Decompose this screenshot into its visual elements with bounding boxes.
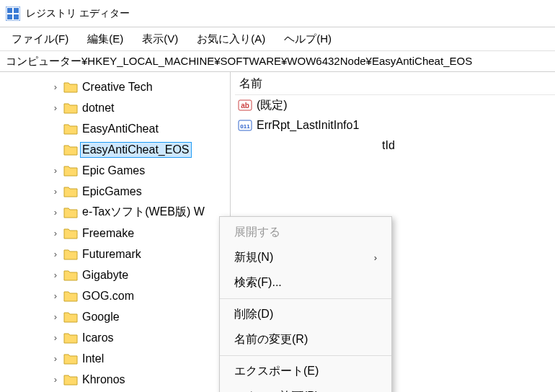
folder-icon (63, 186, 78, 197)
svg-rect-1 (7, 8, 12, 13)
tree-item-label: e-Taxソフト(WEB版) W (81, 204, 206, 220)
svg-text:ab: ab (241, 102, 249, 110)
svg-rect-2 (14, 8, 19, 13)
registry-path: コンピューター¥HKEY_LOCAL_MACHINE¥SOFTWARE¥WOW6… (6, 55, 472, 68)
svg-rect-3 (7, 14, 12, 19)
folder-icon (63, 144, 78, 156)
menu-expand: 展開する (220, 220, 391, 245)
svg-rect-4 (14, 14, 19, 19)
chevron-right-icon[interactable]: › (50, 166, 61, 176)
folder-icon (63, 249, 78, 260)
tree-item-label: dotnet (81, 101, 115, 115)
separator (220, 298, 391, 299)
value-row[interactable]: tId (379, 135, 555, 156)
tree-item[interactable]: ›Khronos (0, 369, 230, 390)
menu-bar: ファイル(F) 編集(E) 表示(V) お気に入り(A) ヘルプ(H) (0, 27, 555, 50)
menu-permissions[interactable]: アクセス許可(P)... (220, 384, 391, 392)
tree-item[interactable]: EasyAntiCheat (0, 118, 230, 139)
tree-item[interactable]: ›dotnet (0, 97, 230, 118)
title-bar: レジストリ エディター (0, 0, 555, 27)
tree-item[interactable]: ›GOG.com (0, 285, 230, 306)
tree-item-label: Gigabyte (81, 268, 130, 282)
menu-edit[interactable]: 編集(E) (80, 30, 130, 49)
tree-item[interactable]: ›Freemake (0, 223, 230, 244)
tree-item[interactable]: ›Gigabyte (0, 264, 230, 285)
chevron-right-icon[interactable]: › (50, 228, 61, 239)
tree-item-label: Google (81, 310, 121, 324)
chevron-right-icon[interactable]: › (50, 354, 61, 364)
folder-icon (63, 228, 78, 239)
tree-item-label: Khronos (81, 373, 127, 387)
svg-text:011: 011 (240, 123, 250, 130)
folder-icon (63, 123, 78, 135)
menu-rename[interactable]: 名前の変更(R) (220, 327, 391, 352)
address-bar[interactable]: コンピューター¥HKEY_LOCAL_MACHINE¥SOFTWARE¥WOW6… (0, 50, 555, 72)
binary-value-icon: 011 (238, 118, 252, 133)
menu-new[interactable]: 新規(N)› (220, 245, 391, 270)
tree-item-label: Freemake (81, 226, 136, 241)
tree-item-label: GOG.com (81, 289, 136, 303)
tree-item-label: EasyAntiCheat (81, 122, 160, 136)
menu-find[interactable]: 検索(F)... (220, 270, 391, 295)
folder-icon (63, 290, 78, 302)
tree-item-label: Creative Tech (81, 80, 154, 94)
tree-item[interactable]: ›Creative Tech (0, 76, 230, 97)
tree-pane: ›Creative Tech›dotnetEasyAntiCheatEasyAn… (0, 72, 231, 392)
value-name: ErrRpt_LastInitInfo1 (257, 119, 359, 132)
menu-view[interactable]: 表示(V) (135, 30, 185, 49)
tree-item[interactable]: ›Epic Games (0, 160, 230, 181)
tree-item-label: Epic Games (81, 164, 146, 178)
separator (220, 355, 391, 356)
menu-file[interactable]: ファイル(F) (4, 30, 76, 49)
chevron-right-icon: › (374, 252, 377, 263)
folder-icon (63, 332, 78, 344)
tree-item-label: Futuremark (81, 247, 143, 262)
menu-help[interactable]: ヘルプ(H) (277, 30, 339, 49)
folder-icon (63, 374, 78, 386)
value-name-partial: tId (382, 139, 395, 152)
chevron-right-icon[interactable]: › (50, 375, 61, 385)
value-row[interactable]: ab (既定) (235, 95, 555, 115)
chevron-right-icon[interactable]: › (50, 333, 61, 343)
value-row[interactable]: 011 ErrRpt_LastInitInfo1 (235, 115, 555, 135)
chevron-right-icon[interactable]: › (50, 312, 61, 322)
menu-export[interactable]: エクスポート(E) (220, 359, 391, 384)
tree-item[interactable]: ›EpicGames (0, 181, 230, 202)
tree-item[interactable]: ›Icaros (0, 327, 230, 348)
chevron-right-icon[interactable]: › (50, 187, 61, 197)
chevron-right-icon[interactable]: › (50, 208, 61, 218)
tree-item-label: EpicGames (81, 184, 143, 199)
chevron-right-icon[interactable]: › (50, 291, 61, 301)
folder-icon (63, 102, 78, 114)
tree-item-label: Icaros (81, 331, 115, 345)
menu-favorites[interactable]: お気に入り(A) (190, 30, 272, 49)
column-header-name[interactable]: 名前 (235, 74, 555, 95)
folder-icon (63, 81, 78, 93)
tree-item[interactable]: EasyAntiCheat_EOS (0, 139, 230, 160)
tree-item[interactable]: ›Futuremark (0, 244, 230, 264)
folder-icon (63, 270, 78, 281)
chevron-right-icon[interactable]: › (50, 249, 61, 259)
tree-item[interactable]: ›e-Taxソフト(WEB版) W (0, 202, 230, 223)
value-name: (既定) (257, 98, 288, 113)
chevron-right-icon[interactable]: › (50, 270, 61, 280)
tree-item-label: EasyAntiCheat_EOS (81, 143, 191, 157)
chevron-right-icon[interactable]: › (50, 82, 61, 92)
window-title: レジストリ エディター (26, 7, 130, 20)
folder-icon (63, 165, 78, 177)
folder-icon (63, 353, 78, 365)
expander-placeholder (50, 145, 61, 155)
folder-icon (63, 207, 78, 218)
registry-editor-icon (6, 6, 20, 21)
tree-item[interactable]: ›Google (0, 306, 230, 327)
context-menu: 展開する 新規(N)› 検索(F)... 削除(D) 名前の変更(R) エクスポ… (219, 216, 392, 392)
tree-item[interactable]: ›Intel (0, 348, 230, 369)
folder-icon (63, 311, 78, 323)
string-value-icon: ab (238, 98, 252, 112)
menu-delete[interactable]: 削除(D) (220, 302, 391, 327)
tree-item-label: Intel (81, 352, 105, 366)
chevron-right-icon[interactable]: › (50, 103, 61, 113)
expander-placeholder (50, 124, 61, 134)
